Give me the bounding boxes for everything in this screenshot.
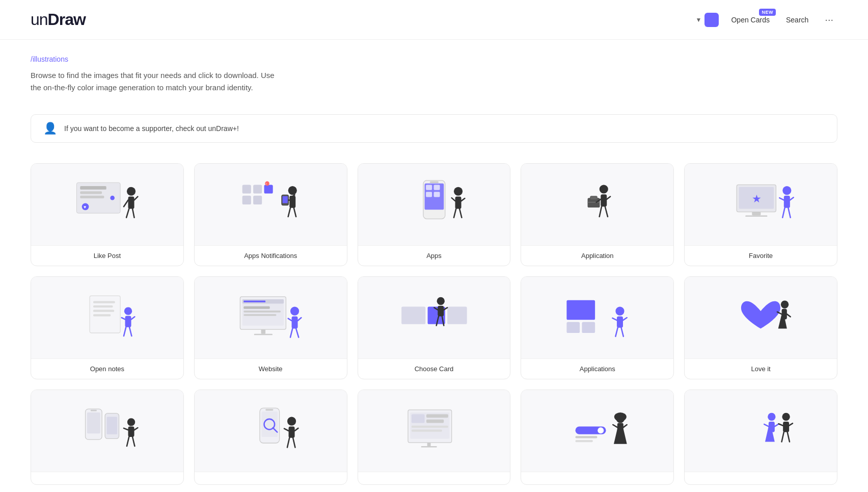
card-applications[interactable]: Applications <box>521 276 674 379</box>
card-image-application <box>521 164 673 245</box>
new-badge: NEW <box>759 9 776 16</box>
svg-line-116 <box>124 428 128 430</box>
card-image-favorite: ★ <box>685 164 837 245</box>
svg-rect-76 <box>243 306 269 309</box>
hero-section: /illustrations Browse to find the images… <box>0 40 868 104</box>
card-label-row3-3 <box>358 472 510 484</box>
svg-line-155 <box>779 424 783 425</box>
svg-rect-138 <box>427 443 430 446</box>
svg-point-6 <box>127 187 135 196</box>
svg-point-105 <box>781 301 789 308</box>
svg-line-57 <box>779 198 784 200</box>
svg-line-69 <box>131 317 135 319</box>
svg-point-125 <box>287 417 296 426</box>
svg-line-38 <box>461 198 465 201</box>
svg-rect-89 <box>447 307 467 324</box>
svg-point-55 <box>782 186 791 195</box>
svg-line-49 <box>605 206 608 217</box>
svg-rect-80 <box>254 334 273 335</box>
svg-rect-98 <box>582 322 595 333</box>
svg-rect-33 <box>433 192 440 197</box>
svg-rect-91 <box>438 306 444 317</box>
svg-rect-3 <box>80 196 104 198</box>
card-like-post[interactable]: ♥ Like Post <box>31 163 184 266</box>
supporter-banner[interactable]: 👤 If you want to become a supporter, che… <box>31 114 837 143</box>
svg-rect-142 <box>576 436 598 438</box>
card-row3-5[interactable] <box>684 390 837 485</box>
hero-desc-line1: Browse to find the images that fit your … <box>31 71 275 80</box>
card-row3-1[interactable] <box>31 390 184 485</box>
svg-line-152 <box>775 424 778 426</box>
svg-line-10 <box>126 209 129 218</box>
card-apps-notifications[interactable]: ! Apps Notifications <box>194 163 347 266</box>
svg-line-103 <box>616 328 618 336</box>
card-image-apps-notifications: ! <box>195 164 347 245</box>
svg-rect-67 <box>125 316 131 327</box>
svg-rect-82 <box>291 316 297 328</box>
card-label-application: Application <box>521 245 673 266</box>
card-apps[interactable]: Apps <box>358 163 511 266</box>
card-image-website <box>195 277 347 358</box>
svg-point-99 <box>616 307 625 316</box>
open-cards-button[interactable]: NEW Open Cards <box>727 14 773 26</box>
svg-line-71 <box>129 327 131 336</box>
hero-desc-line2: the on-the-fly color image generation to… <box>31 83 253 92</box>
breadcrumb: /illustrations <box>31 55 837 63</box>
svg-line-101 <box>613 318 617 320</box>
svg-line-39 <box>454 209 456 218</box>
svg-line-9 <box>134 197 138 200</box>
svg-point-90 <box>437 297 444 305</box>
svg-rect-13 <box>242 185 251 193</box>
svg-line-85 <box>290 328 292 337</box>
banner-text: If you want to become a supporter, check… <box>64 124 239 133</box>
svg-rect-136 <box>411 426 448 428</box>
color-picker[interactable]: ▼ <box>696 13 719 27</box>
card-label-row3-2 <box>195 472 347 484</box>
svg-rect-32 <box>426 192 432 197</box>
card-label-apps-notifications: Apps Notifications <box>195 245 347 266</box>
card-row3-2[interactable] <box>194 390 347 485</box>
svg-rect-115 <box>128 426 134 437</box>
card-favorite[interactable]: ★ Favorite <box>684 163 837 266</box>
svg-line-156 <box>789 423 793 425</box>
color-swatch[interactable] <box>704 13 719 27</box>
more-menu-button[interactable]: ··· <box>821 12 837 28</box>
svg-line-157 <box>782 432 784 442</box>
card-choose-card[interactable]: Choose Card <box>358 276 511 379</box>
header: unDraw ▼ NEW Open Cards Search ··· <box>0 0 868 40</box>
svg-rect-52 <box>752 212 761 216</box>
svg-point-41 <box>600 185 608 193</box>
svg-line-47 <box>607 197 611 199</box>
logo: unDraw <box>31 10 86 29</box>
card-website[interactable]: Website <box>194 276 347 379</box>
svg-rect-17 <box>253 196 262 204</box>
svg-rect-113 <box>107 417 118 434</box>
svg-rect-2 <box>80 191 102 194</box>
card-label-choose-card: Choose Card <box>358 358 510 379</box>
card-image-choose-card <box>358 277 510 358</box>
card-application[interactable]: Application <box>521 163 674 266</box>
card-label-love-it: Love it <box>685 358 837 379</box>
svg-text:♥: ♥ <box>84 204 86 210</box>
card-row3-3[interactable] <box>358 390 511 485</box>
card-label-applications: Applications <box>521 358 673 379</box>
card-image-applications <box>521 277 673 358</box>
card-row3-4[interactable] <box>521 390 674 485</box>
search-button[interactable]: Search <box>782 14 812 26</box>
svg-line-68 <box>122 318 125 319</box>
svg-line-24 <box>288 208 290 217</box>
svg-line-25 <box>294 208 296 217</box>
svg-rect-126 <box>288 426 294 437</box>
svg-rect-53 <box>746 215 768 217</box>
svg-line-128 <box>294 428 298 431</box>
illustration-grid: ♥ Like Post <box>0 153 868 492</box>
card-open-notes[interactable]: Open notes <box>31 276 184 379</box>
svg-line-40 <box>459 209 462 218</box>
card-love-it[interactable]: Love it <box>684 276 837 379</box>
svg-rect-134 <box>426 414 448 418</box>
svg-rect-7 <box>128 197 134 209</box>
svg-rect-42 <box>601 194 607 206</box>
svg-line-8 <box>124 200 128 206</box>
chevron-down-icon: ▼ <box>696 16 702 23</box>
card-image-like-post: ♥ <box>31 164 183 245</box>
